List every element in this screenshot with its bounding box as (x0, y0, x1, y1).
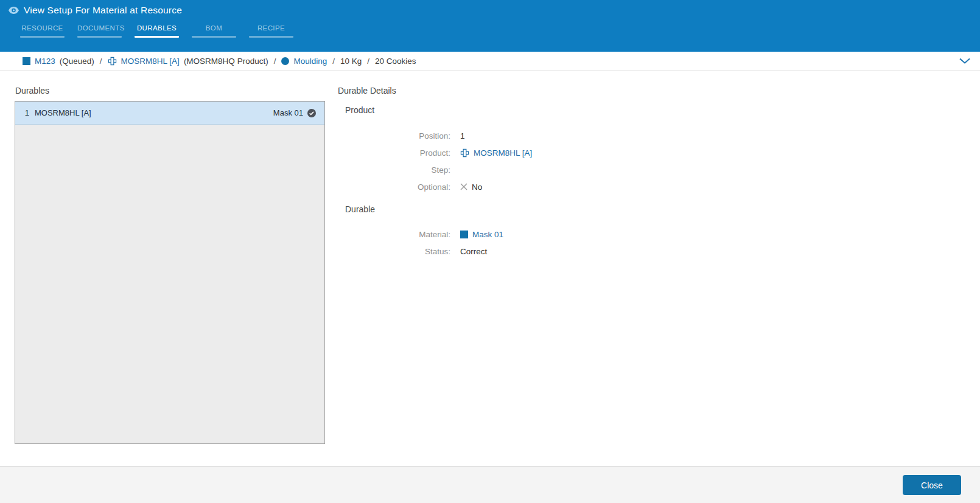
tab-underline (135, 36, 179, 38)
durable-section-title: Durable (345, 204, 375, 214)
position-value: 1 (460, 131, 465, 140)
material-square-icon (23, 57, 30, 65)
material-value-link[interactable]: Mask 01 (472, 230, 503, 239)
step-circle-icon (281, 57, 289, 65)
tab-underline (249, 36, 293, 38)
tab-bar: RESOURCE DOCUMENTS DURABLES BOM RECIPE (20, 24, 293, 38)
breadcrumb-separator: / (367, 57, 369, 66)
step-label: Step: (338, 165, 450, 175)
material-state: (Queued) (60, 57, 94, 66)
product-description: (MOSRM8HQ Product) (184, 57, 268, 66)
secondary-quantity: 20 Cookies (375, 57, 416, 66)
breadcrumb: M123 (Queued) / MOSRM8HL [A] (MOSRM8HQ P… (0, 52, 980, 71)
details-panel-title: Durable Details (338, 86, 396, 95)
chevron-down-icon[interactable] (959, 58, 970, 64)
page-title: View Setup For Material at Resource (24, 5, 182, 16)
x-icon (460, 183, 467, 190)
tab-underline (77, 36, 122, 38)
breadcrumb-separator: / (332, 57, 335, 66)
breadcrumb-product: MOSRM8HL [A] (MOSRM8HQ Product) (108, 57, 268, 66)
material-value: Mask 01 (460, 230, 503, 239)
breadcrumb-step: Moulding (281, 57, 327, 66)
tab-underline (20, 36, 65, 38)
tab-bom[interactable]: BOM (192, 24, 236, 38)
check-circle-icon (307, 109, 316, 117)
eye-icon (9, 7, 19, 14)
status-value: Correct (460, 247, 487, 256)
item-durable: Mask 01 (273, 108, 316, 117)
tab-documents[interactable]: DOCUMENTS (77, 24, 122, 38)
tab-underline (192, 36, 236, 38)
primary-quantity: 10 Kg (340, 57, 362, 66)
product-value: MOSRM8HL [A] (460, 148, 532, 158)
durable-section-rows: Material: Mask 01 Status: Correct (338, 226, 679, 260)
status-field: Status: Correct (338, 243, 679, 260)
close-button[interactable]: Close (903, 475, 961, 495)
step-field: Step: (338, 161, 679, 178)
product-field: Product: MOSRM8HL [A] (338, 144, 679, 161)
tab-recipe[interactable]: RECIPE (249, 24, 293, 38)
tab-durables[interactable]: DURABLES (135, 24, 179, 38)
material-field: Material: Mask 01 (338, 226, 679, 243)
breadcrumb-separator: / (274, 57, 276, 66)
breadcrumb-material: M123 (Queued) (23, 57, 94, 66)
durables-panel-title: Durables (15, 86, 49, 95)
item-product-name: MOSRM8HL [A] (35, 108, 273, 117)
product-label: Product: (338, 148, 450, 158)
material-square-icon (460, 231, 468, 238)
optional-value: No (460, 182, 482, 192)
product-section-rows: Position: 1 Product: MOSRM8HL [A] Step: … (338, 127, 679, 195)
header: View Setup For Material at Resource RESO… (0, 0, 980, 52)
step-link[interactable]: Moulding (293, 57, 327, 66)
material-link[interactable]: M123 (35, 57, 55, 66)
position-label: Position: (338, 131, 450, 140)
item-durable-name: Mask 01 (273, 108, 303, 117)
product-icon (460, 148, 469, 158)
item-position: 1 (23, 108, 29, 117)
breadcrumb-separator: / (100, 57, 102, 66)
optional-field: Optional: No (338, 178, 679, 195)
optional-label: Optional: (338, 182, 450, 192)
position-field: Position: 1 (338, 127, 679, 144)
material-label: Material: (338, 230, 450, 239)
tab-resource[interactable]: RESOURCE (20, 24, 65, 38)
view-setup-dialog: View Setup For Material at Resource RESO… (0, 0, 980, 503)
status-label: Status: (338, 247, 450, 256)
product-link[interactable]: MOSRM8HL [A] (121, 57, 180, 66)
product-section-title: Product (345, 105, 374, 115)
product-value-link[interactable]: MOSRM8HL [A] (474, 148, 532, 158)
footer: Close (0, 466, 980, 503)
optional-value-text: No (472, 182, 482, 192)
durable-list-item-selected[interactable]: 1 MOSRM8HL [A] Mask 01 (15, 102, 324, 125)
durables-list: 1 MOSRM8HL [A] Mask 01 (15, 101, 325, 444)
title-row: View Setup For Material at Resource (9, 5, 182, 16)
product-icon (108, 57, 117, 66)
